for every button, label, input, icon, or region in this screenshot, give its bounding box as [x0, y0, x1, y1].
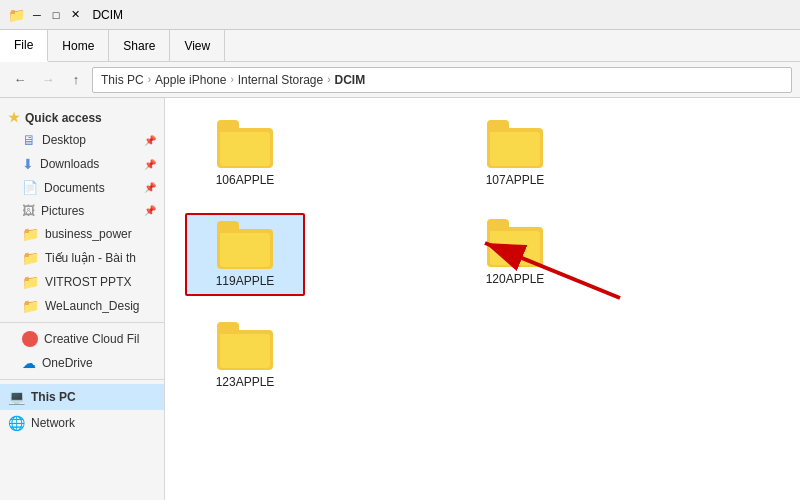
folder-icon-120apple — [487, 219, 543, 267]
breadcrumb-iphone[interactable]: Apple iPhone — [155, 73, 226, 87]
breadcrumb-this-pc[interactable]: This PC — [101, 73, 144, 87]
content-area: 106APPLE 107APPLE 119APPLE — [165, 98, 800, 500]
star-icon: ★ — [8, 110, 20, 125]
folder-item-120apple[interactable]: 120APPLE — [455, 213, 575, 296]
creative-cloud-icon — [22, 331, 38, 347]
folder-name-119apple: 119APPLE — [216, 274, 275, 288]
sidebar-item-business-power[interactable]: 📁 business_power — [0, 222, 164, 246]
folder-icon-119apple — [217, 221, 273, 269]
sidebar-item-label-cc: Creative Cloud Fil — [44, 332, 156, 346]
breadcrumb-sep-1: › — [148, 74, 151, 85]
desktop-icon: 🖥 — [22, 132, 36, 148]
spacer-2 — [315, 213, 445, 296]
sidebar-item-label-onedrive: OneDrive — [42, 356, 156, 370]
ribbon-tab-share[interactable]: Share — [109, 30, 170, 61]
sidebar-item-onedrive[interactable]: ☁ OneDrive — [0, 351, 164, 375]
sidebar-item-tieu-luan[interactable]: 📁 Tiếu luận - Bài th — [0, 246, 164, 270]
folder-icon-tieu-luan: 📁 — [22, 250, 39, 266]
folder-item-123apple[interactable]: 123APPLE — [185, 316, 305, 395]
ribbon-tab-view[interactable]: View — [170, 30, 225, 61]
sidebar-item-label-tieu-luan: Tiếu luận - Bài th — [45, 251, 156, 265]
folder-item-106apple[interactable]: 106APPLE — [185, 114, 305, 193]
folder-icon-welaunch: 📁 — [22, 298, 39, 314]
sidebar-item-network[interactable]: 🌐 Network — [0, 410, 164, 436]
quick-access-header: ★ Quick access — [0, 104, 164, 128]
folder-icon-106apple — [217, 120, 273, 168]
documents-icon: 📄 — [22, 180, 38, 195]
breadcrumb-sep-3: › — [327, 74, 330, 85]
title-bar-icons: 📁 ─ □ ✕ — [8, 7, 84, 23]
sidebar-item-label-business: business_power — [45, 227, 156, 241]
folder-name-107apple: 107APPLE — [486, 173, 545, 187]
folder-name-123apple: 123APPLE — [216, 375, 275, 389]
folder-name-106apple: 106APPLE — [216, 173, 275, 187]
title-bar-close-icon[interactable]: ✕ — [67, 8, 84, 21]
sidebar-item-welaunch[interactable]: 📁 WeLaunch_Desig — [0, 294, 164, 318]
nav-forward-button[interactable]: → — [36, 68, 60, 92]
main-layout: ★ Quick access 🖥 Desktop 📌 ⬇ Downloads 📌… — [0, 98, 800, 500]
sidebar-item-label-pictures: Pictures — [41, 204, 138, 218]
downloads-icon: ⬇ — [22, 156, 34, 172]
nav-back-button[interactable]: ← — [8, 68, 32, 92]
sidebar-item-downloads[interactable]: ⬇ Downloads 📌 — [0, 152, 164, 176]
ribbon: File Home Share View — [0, 30, 800, 62]
sidebar: ★ Quick access 🖥 Desktop 📌 ⬇ Downloads 📌… — [0, 98, 165, 500]
title-bar-title: DCIM — [92, 8, 123, 22]
sidebar-item-pictures[interactable]: 🖼 Pictures 📌 — [0, 199, 164, 222]
title-bar-folder-icon: 📁 — [8, 7, 25, 23]
sidebar-item-label-documents: Documents — [44, 181, 138, 195]
sidebar-item-creative-cloud[interactable]: Creative Cloud Fil — [0, 327, 164, 351]
pin-icon-desktop: 📌 — [144, 135, 156, 146]
sidebar-item-label-this-pc: This PC — [31, 390, 76, 404]
divider-2 — [0, 379, 164, 380]
sidebar-item-label-desktop: Desktop — [42, 133, 138, 147]
divider-1 — [0, 322, 164, 323]
spacer-1 — [315, 114, 445, 193]
ribbon-tab-home[interactable]: Home — [48, 30, 109, 61]
folder-name-120apple: 120APPLE — [486, 272, 545, 286]
folder-icon-107apple — [487, 120, 543, 168]
title-bar-minimize-icon[interactable]: ─ — [29, 9, 45, 21]
sidebar-item-this-pc[interactable]: 💻 This PC — [0, 384, 164, 410]
breadcrumb-internal-storage[interactable]: Internal Storage — [238, 73, 323, 87]
nav-up-button[interactable]: ↑ — [64, 68, 88, 92]
network-icon: 🌐 — [8, 415, 25, 431]
pin-icon-pictures: 📌 — [144, 205, 156, 216]
breadcrumb-dcim[interactable]: DCIM — [335, 73, 366, 87]
pin-icon-downloads: 📌 — [144, 159, 156, 170]
sidebar-item-label-welaunch: WeLaunch_Desig — [45, 299, 156, 313]
ribbon-tab-file[interactable]: File — [0, 30, 48, 62]
this-pc-icon: 💻 — [8, 389, 25, 405]
folder-icon-business: 📁 — [22, 226, 39, 242]
sidebar-item-label-network: Network — [31, 416, 75, 430]
sidebar-item-desktop[interactable]: 🖥 Desktop 📌 — [0, 128, 164, 152]
onedrive-icon: ☁ — [22, 355, 36, 371]
title-bar: 📁 ─ □ ✕ DCIM — [0, 0, 800, 30]
breadcrumb-sep-2: › — [230, 74, 233, 85]
sidebar-item-documents[interactable]: 📄 Documents 📌 — [0, 176, 164, 199]
folder-item-119apple[interactable]: 119APPLE — [185, 213, 305, 296]
folder-icon-vitrost: 📁 — [22, 274, 39, 290]
folder-item-107apple[interactable]: 107APPLE — [455, 114, 575, 193]
sidebar-item-label-downloads: Downloads — [40, 157, 138, 171]
folder-icon-123apple — [217, 322, 273, 370]
pictures-icon: 🖼 — [22, 203, 35, 218]
address-bar: ← → ↑ This PC › Apple iPhone › Internal … — [0, 62, 800, 98]
sidebar-item-vitrost[interactable]: 📁 VITROST PPTX — [0, 270, 164, 294]
pin-icon-documents: 📌 — [144, 182, 156, 193]
title-bar-maximize-icon[interactable]: □ — [49, 9, 64, 21]
breadcrumb[interactable]: This PC › Apple iPhone › Internal Storag… — [92, 67, 792, 93]
quick-access-label: Quick access — [25, 111, 102, 125]
sidebar-item-label-vitrost: VITROST PPTX — [45, 275, 156, 289]
